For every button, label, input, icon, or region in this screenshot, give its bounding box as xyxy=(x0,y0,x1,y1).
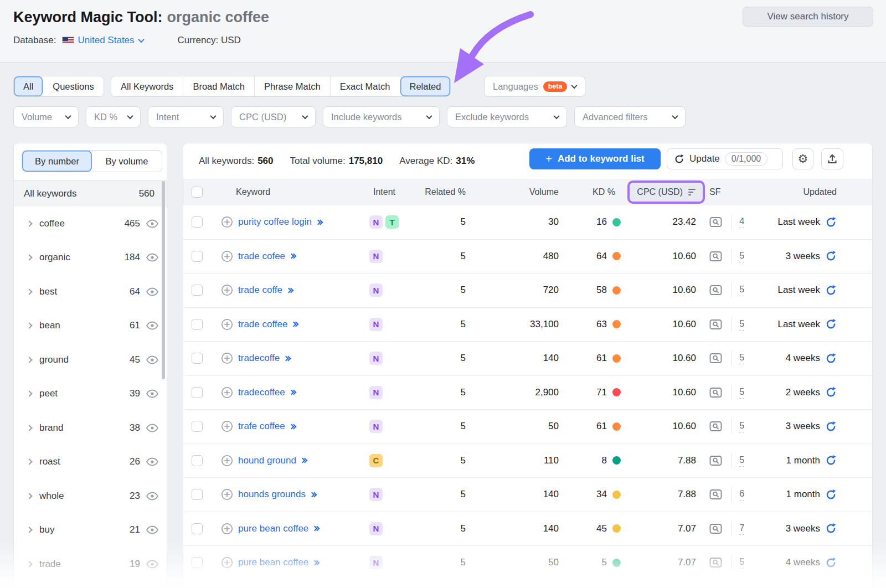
row-checkbox[interactable] xyxy=(192,557,203,568)
by-number-toggle[interactable]: By number xyxy=(22,151,92,172)
sf-value[interactable]: 5 xyxy=(739,455,744,467)
expand-keyword-icon[interactable] xyxy=(315,561,319,565)
chevron-right-icon[interactable] xyxy=(26,561,32,567)
add-keyword-icon[interactable] xyxy=(221,523,233,535)
kd-filter[interactable]: KD % xyxy=(86,106,141,127)
chevron-right-icon[interactable] xyxy=(26,527,32,533)
keyword-group-item[interactable]: peet 39 xyxy=(14,377,167,411)
keyword-group-item[interactable]: best 64 xyxy=(14,275,167,309)
column-intent[interactable]: Intent xyxy=(366,179,416,205)
keyword-link[interactable]: pure bean coffee xyxy=(238,523,308,534)
sf-value[interactable]: 6 xyxy=(739,488,744,501)
eye-icon[interactable] xyxy=(146,457,159,466)
tab-all[interactable]: All xyxy=(14,76,43,96)
column-keyword[interactable]: Keyword xyxy=(211,179,366,205)
refresh-keyword-icon[interactable] xyxy=(825,421,837,432)
eye-icon[interactable] xyxy=(146,321,159,330)
serp-preview-icon[interactable] xyxy=(709,387,722,398)
refresh-keyword-icon[interactable] xyxy=(825,353,837,364)
expand-keyword-icon[interactable] xyxy=(302,458,307,462)
export-button[interactable] xyxy=(821,148,843,169)
sf-value[interactable]: 5 xyxy=(739,386,744,399)
database-select[interactable]: United States xyxy=(78,35,135,46)
tab-phrase-match[interactable]: Phrase Match xyxy=(255,76,331,96)
advanced-filters[interactable]: Advanced filters xyxy=(574,106,686,127)
include-keywords-filter[interactable]: Include keywords xyxy=(323,106,440,127)
sf-value[interactable]: 5 xyxy=(739,284,744,296)
sf-value[interactable]: 7 xyxy=(739,523,744,535)
refresh-keyword-icon[interactable] xyxy=(825,489,837,501)
row-checkbox[interactable] xyxy=(192,319,203,330)
expand-keyword-icon[interactable] xyxy=(286,357,290,360)
cpc-column-highlight[interactable]: CPC (USD) xyxy=(627,180,705,204)
serp-preview-icon[interactable] xyxy=(709,523,722,534)
keyword-group-item[interactable]: roast 26 xyxy=(14,445,167,479)
keyword-link[interactable]: hound ground xyxy=(238,455,296,466)
chevron-right-icon[interactable] xyxy=(26,493,32,499)
expand-keyword-icon[interactable] xyxy=(315,527,319,530)
refresh-keyword-icon[interactable] xyxy=(825,216,837,228)
chevron-right-icon[interactable] xyxy=(26,220,32,226)
expand-keyword-icon[interactable] xyxy=(291,254,296,258)
expand-keyword-icon[interactable] xyxy=(318,220,322,224)
languages-dropdown[interactable]: Languages beta xyxy=(484,76,585,97)
add-keyword-icon[interactable] xyxy=(221,352,233,364)
add-keyword-icon[interactable] xyxy=(221,455,233,467)
settings-button[interactable]: ⚙ xyxy=(792,148,813,169)
row-checkbox[interactable] xyxy=(192,489,203,500)
sidebar-scrollbar[interactable] xyxy=(162,181,165,379)
chevron-right-icon[interactable] xyxy=(26,391,32,397)
serp-preview-icon[interactable] xyxy=(709,353,722,364)
keyword-link[interactable]: hounds grounds xyxy=(238,489,306,500)
column-cpc[interactable]: CPC (USD) xyxy=(637,187,683,197)
serp-preview-icon[interactable] xyxy=(709,251,722,262)
row-checkbox[interactable] xyxy=(192,523,203,534)
refresh-keyword-icon[interactable] xyxy=(825,557,837,569)
select-all-checkbox[interactable] xyxy=(192,187,203,198)
tab-exact-match[interactable]: Exact Match xyxy=(331,76,400,96)
add-to-keyword-list-button[interactable]: + Add to keyword list xyxy=(529,148,661,169)
tab-broad-match[interactable]: Broad Match xyxy=(183,76,255,96)
expand-keyword-icon[interactable] xyxy=(312,493,316,497)
keyword-link[interactable]: trade coffee xyxy=(238,319,287,330)
add-keyword-icon[interactable] xyxy=(221,216,233,228)
expand-keyword-icon[interactable] xyxy=(291,425,296,429)
cpc-filter[interactable]: CPC (USD) xyxy=(231,106,316,127)
add-keyword-icon[interactable] xyxy=(221,420,233,432)
tab-all-keywords[interactable]: All Keywords xyxy=(111,76,183,96)
chevron-right-icon[interactable] xyxy=(26,255,32,261)
serp-preview-icon[interactable] xyxy=(709,216,722,228)
add-keyword-icon[interactable] xyxy=(221,386,233,399)
add-keyword-icon[interactable] xyxy=(221,250,233,262)
keyword-group-item[interactable]: buy 21 xyxy=(14,513,167,548)
eye-icon[interactable] xyxy=(146,287,159,296)
column-kd[interactable]: KD % xyxy=(560,179,622,205)
by-volume-toggle[interactable]: By volume xyxy=(92,151,162,172)
exclude-keywords-filter[interactable]: Exclude keywords xyxy=(447,106,567,127)
view-search-history-button[interactable]: View search history xyxy=(743,7,873,27)
row-checkbox[interactable] xyxy=(192,251,203,262)
keyword-link[interactable]: tradecoffe xyxy=(238,353,280,364)
serp-preview-icon[interactable] xyxy=(709,285,722,296)
serp-preview-icon[interactable] xyxy=(709,557,722,568)
serp-preview-icon[interactable] xyxy=(709,455,722,466)
sf-value[interactable]: 4 xyxy=(739,216,744,228)
refresh-keyword-icon[interactable] xyxy=(825,386,837,398)
keyword-group-item[interactable]: coffee 465 xyxy=(14,207,167,241)
chevron-right-icon[interactable] xyxy=(26,459,32,465)
sf-value[interactable]: 5 xyxy=(739,250,744,262)
row-checkbox[interactable] xyxy=(192,353,203,364)
add-keyword-icon[interactable] xyxy=(221,284,233,296)
refresh-keyword-icon[interactable] xyxy=(825,523,837,534)
eye-icon[interactable] xyxy=(146,492,159,501)
eye-icon[interactable] xyxy=(146,219,159,228)
keyword-group-item[interactable]: ground 45 xyxy=(14,343,167,377)
keyword-group-item[interactable]: organic 184 xyxy=(14,241,167,275)
refresh-keyword-icon[interactable] xyxy=(825,250,837,262)
refresh-keyword-icon[interactable] xyxy=(825,455,837,466)
tab-related[interactable]: Related xyxy=(400,76,451,96)
serp-preview-icon[interactable] xyxy=(709,319,722,330)
expand-keyword-icon[interactable] xyxy=(291,390,296,394)
row-checkbox[interactable] xyxy=(192,387,203,398)
eye-icon[interactable] xyxy=(146,560,159,569)
